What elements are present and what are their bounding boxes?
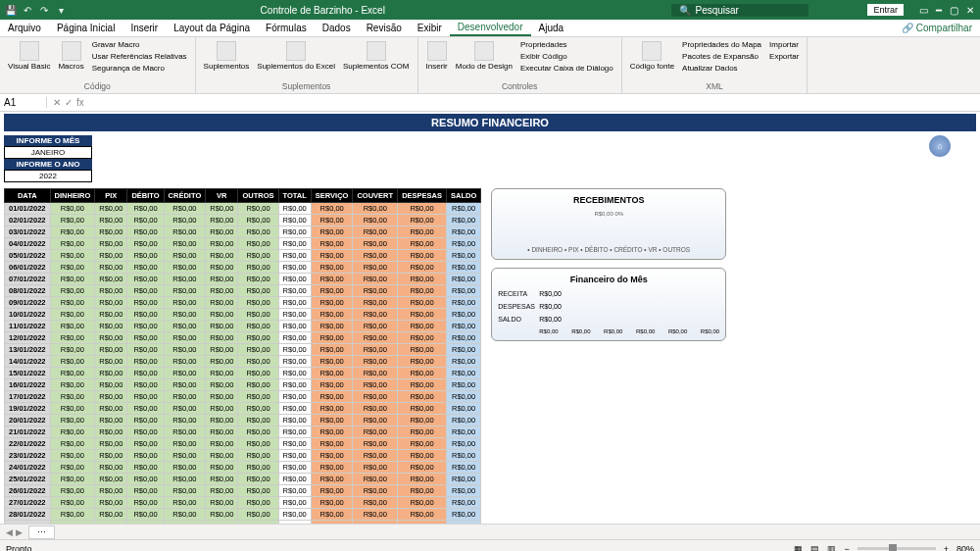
table-row[interactable]: 12/01/2022R$0,00R$0,00R$0,00R$0,00R$0,00… <box>5 332 481 344</box>
table-row[interactable]: 10/01/2022R$0,00R$0,00R$0,00R$0,00R$0,00… <box>5 309 481 321</box>
redo-icon[interactable]: ↷ <box>37 3 51 17</box>
table-row[interactable]: 07/01/2022R$0,00R$0,00R$0,00R$0,00R$0,00… <box>5 274 481 285</box>
table-row[interactable]: 05/01/2022R$0,00R$0,00R$0,00R$0,00R$0,00… <box>5 250 481 262</box>
close-icon[interactable]: ✕ <box>966 5 974 16</box>
visual-basic-button[interactable]: Visual Basic <box>6 39 52 73</box>
date-cell[interactable]: 09/01/2022 <box>5 297 51 309</box>
date-cell[interactable]: 29/01/2022 <box>5 521 51 525</box>
date-cell[interactable]: 02/01/2022 <box>5 215 51 226</box>
inserir-controle-button[interactable]: Inserir <box>424 39 450 73</box>
date-cell[interactable]: 07/01/2022 <box>5 274 51 285</box>
table-row[interactable]: 09/01/2022R$0,00R$0,00R$0,00R$0,00R$0,00… <box>5 297 481 309</box>
usar-ref-button[interactable]: Usar Referências Relativas <box>90 51 189 62</box>
table-row[interactable]: 23/01/2022R$0,00R$0,00R$0,00R$0,00R$0,00… <box>5 450 481 462</box>
table-row[interactable]: 03/01/2022R$0,00R$0,00R$0,00R$0,00R$0,00… <box>5 226 481 238</box>
date-cell[interactable]: 26/01/2022 <box>5 485 51 497</box>
table-row[interactable]: 15/01/2022R$0,00R$0,00R$0,00R$0,00R$0,00… <box>5 368 481 379</box>
table-row[interactable]: 22/01/2022R$0,00R$0,00R$0,00R$0,00R$0,00… <box>5 438 481 450</box>
ribbon-options-icon[interactable]: ▭ <box>919 5 928 16</box>
date-cell[interactable]: 13/01/2022 <box>5 344 51 356</box>
undo-icon[interactable]: ↶ <box>21 3 34 17</box>
zoom-slider[interactable] <box>858 547 936 550</box>
tab-nav-arrows[interactable]: ◀ ▶ <box>0 527 28 537</box>
table-row[interactable]: 20/01/2022R$0,00R$0,00R$0,00R$0,00R$0,00… <box>5 415 481 426</box>
date-cell[interactable]: 16/01/2022 <box>5 379 51 391</box>
date-cell[interactable]: 04/01/2022 <box>5 238 51 250</box>
sheet-tab[interactable]: ⋯ <box>28 526 55 539</box>
tab-inserir[interactable]: Inserir <box>122 21 166 35</box>
date-cell[interactable]: 22/01/2022 <box>5 438 51 450</box>
table-row[interactable]: 28/01/2022R$0,00R$0,00R$0,00R$0,00R$0,00… <box>5 509 481 521</box>
date-cell[interactable]: 21/01/2022 <box>5 426 51 438</box>
date-cell[interactable]: 08/01/2022 <box>5 285 51 297</box>
table-row[interactable]: 04/01/2022R$0,00R$0,00R$0,00R$0,00R$0,00… <box>5 238 481 250</box>
view-layout-icon[interactable]: ▤ <box>810 544 819 552</box>
table-row[interactable]: 26/01/2022R$0,00R$0,00R$0,00R$0,00R$0,00… <box>5 485 481 497</box>
year-value[interactable]: 2022 <box>4 170 92 182</box>
exportar-button[interactable]: Exportar <box>767 51 801 62</box>
date-cell[interactable]: 25/01/2022 <box>5 474 51 485</box>
share-button[interactable]: 🔗 Compartilhar <box>902 23 972 33</box>
table-row[interactable]: 08/01/2022R$0,00R$0,00R$0,00R$0,00R$0,00… <box>5 285 481 297</box>
tab-exibir[interactable]: Exibir <box>410 21 450 35</box>
table-row[interactable]: 02/01/2022R$0,00R$0,00R$0,00R$0,00R$0,00… <box>5 215 481 226</box>
codigo-fonte-button[interactable]: Código fonte <box>628 39 676 73</box>
table-row[interactable]: 29/01/2022R$0,00R$0,00R$0,00R$0,00R$0,00… <box>5 521 481 525</box>
date-cell[interactable]: 06/01/2022 <box>5 262 51 274</box>
tab-desenvolvedor[interactable]: Desenvolvedor <box>450 20 531 36</box>
enter-icon[interactable]: ✓ <box>65 97 73 108</box>
seguranca-macro-button[interactable]: Segurança de Macro <box>90 63 189 74</box>
tab-revisao[interactable]: Revisão <box>359 21 410 35</box>
date-cell[interactable]: 05/01/2022 <box>5 250 51 262</box>
home-icon[interactable]: ⌂ <box>929 135 951 157</box>
suplementos-com-button[interactable]: Suplementos COM <box>341 39 412 73</box>
table-row[interactable]: 24/01/2022R$0,00R$0,00R$0,00R$0,00R$0,00… <box>5 462 481 474</box>
modo-design-button[interactable]: Modo de Design <box>454 39 514 73</box>
prop-mapa-button[interactable]: Propriedades do Mapa <box>680 39 763 50</box>
date-cell[interactable]: 17/01/2022 <box>5 391 51 403</box>
table-row[interactable]: 01/01/2022R$0,00R$0,00R$0,00R$0,00R$0,00… <box>5 203 481 215</box>
tab-pagina-inicial[interactable]: Página Inicial <box>49 21 122 35</box>
minimize-icon[interactable]: ━ <box>936 5 942 16</box>
tab-formulas[interactable]: Fórmulas <box>258 21 315 35</box>
date-cell[interactable]: 14/01/2022 <box>5 356 51 368</box>
date-cell[interactable]: 23/01/2022 <box>5 450 51 462</box>
date-cell[interactable]: 12/01/2022 <box>5 332 51 344</box>
table-row[interactable]: 21/01/2022R$0,00R$0,00R$0,00R$0,00R$0,00… <box>5 426 481 438</box>
tab-ajuda[interactable]: Ajuda <box>531 21 572 35</box>
table-row[interactable]: 19/01/2022R$0,00R$0,00R$0,00R$0,00R$0,00… <box>5 403 481 415</box>
date-cell[interactable]: 19/01/2022 <box>5 403 51 415</box>
date-cell[interactable]: 24/01/2022 <box>5 462 51 474</box>
qa-more-icon[interactable]: ▾ <box>54 3 68 17</box>
macros-button[interactable]: Macros <box>56 39 85 73</box>
zoom-level[interactable]: 80% <box>956 544 974 552</box>
tab-layout[interactable]: Layout da Página <box>166 21 258 35</box>
executar-dialogo-button[interactable]: Executar Caixa de Diálogo <box>518 63 615 74</box>
date-cell[interactable]: 28/01/2022 <box>5 509 51 521</box>
suplementos-excel-button[interactable]: Suplementos do Excel <box>255 39 337 73</box>
importar-button[interactable]: Importar <box>767 39 801 50</box>
propriedades-button[interactable]: Propriedades <box>518 39 615 50</box>
date-cell[interactable]: 01/01/2022 <box>5 203 51 215</box>
date-cell[interactable]: 10/01/2022 <box>5 309 51 321</box>
suplementos-button[interactable]: Suplementos <box>202 39 252 73</box>
gravar-macro-button[interactable]: Gravar Macro <box>90 39 189 50</box>
date-cell[interactable]: 11/01/2022 <box>5 321 51 332</box>
tab-arquivo[interactable]: Arquivo <box>0 21 49 35</box>
search-box[interactable]: 🔍 Pesquisar <box>671 4 808 17</box>
tab-dados[interactable]: Dados <box>315 21 359 35</box>
atualizar-dados-button[interactable]: Atualizar Dados <box>680 63 763 74</box>
table-row[interactable]: 14/01/2022R$0,00R$0,00R$0,00R$0,00R$0,00… <box>5 356 481 368</box>
exibir-codigo-button[interactable]: Exibir Código <box>518 51 615 62</box>
table-row[interactable]: 13/01/2022R$0,00R$0,00R$0,00R$0,00R$0,00… <box>5 344 481 356</box>
date-cell[interactable]: 15/01/2022 <box>5 368 51 379</box>
table-row[interactable]: 11/01/2022R$0,00R$0,00R$0,00R$0,00R$0,00… <box>5 321 481 332</box>
date-cell[interactable]: 27/01/2022 <box>5 497 51 509</box>
month-value[interactable]: JANEIRO <box>4 146 92 159</box>
zoom-out-icon[interactable]: − <box>844 544 849 552</box>
finance-table[interactable]: DATADINHEIROPIXDÉBITOCRÉDITOVROUTROSTOTA… <box>4 188 481 524</box>
zoom-in-icon[interactable]: + <box>944 544 949 552</box>
fx-icon[interactable]: fx <box>76 97 84 108</box>
table-row[interactable]: 06/01/2022R$0,00R$0,00R$0,00R$0,00R$0,00… <box>5 262 481 274</box>
maximize-icon[interactable]: ▢ <box>950 5 958 16</box>
